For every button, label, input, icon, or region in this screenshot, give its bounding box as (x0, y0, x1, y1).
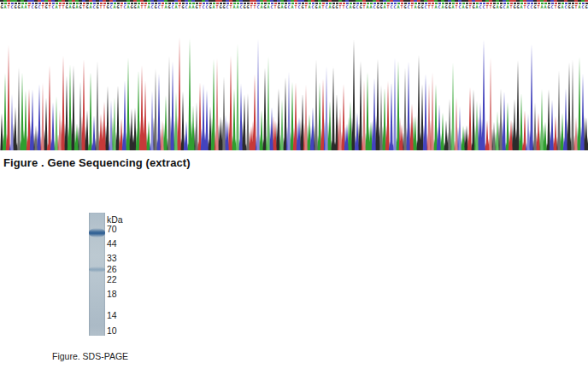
base-letter: G (585, 4, 587, 10)
quality-tick (585, 0, 588, 2)
gel-lane (89, 213, 105, 336)
figure-caption-sds-page: Figure. SDS-PAGE (52, 351, 128, 361)
protein-band (89, 266, 105, 272)
base-call-text-strip: GATCGGAATCGCTGTCATTGAGAGTGACGTTGCAGTCAGG… (0, 0, 588, 12)
chromatogram-trace (0, 31, 588, 152)
figure-caption-gene-sequencing: Figure . Gene Sequencing (extract) (3, 156, 191, 169)
gel-marker-label: 22 (107, 275, 117, 284)
gel-marker-label: 44 (107, 239, 117, 249)
gel-marker-label: 14 (107, 311, 117, 320)
base-call-cell: G (585, 0, 588, 12)
gel-marker-label: 26 (107, 265, 117, 274)
gel-marker-label: 18 (107, 290, 117, 299)
gel-marker-label: 33 (107, 254, 117, 263)
sds-page-gel-figure: kDa 7044332622181410 (89, 212, 149, 340)
document-page: GATCGGAATCGCTGTCATTGAGAGTGACGTTGCAGTCAGG… (0, 0, 588, 369)
gel-marker-label: 70 (107, 225, 117, 234)
gel-marker-label: 10 (107, 326, 117, 336)
protein-band (89, 228, 105, 237)
